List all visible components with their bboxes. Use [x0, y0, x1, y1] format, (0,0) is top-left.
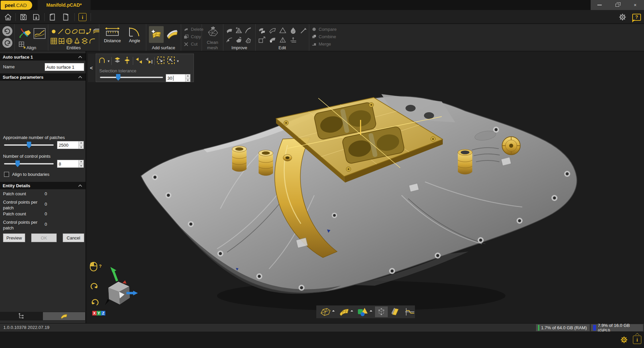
entity-details-header[interactable]: Entity Details: [0, 182, 86, 189]
spin-up-button[interactable]: [185, 74, 190, 78]
control-points-slider[interactable]: [4, 160, 54, 167]
restore-button[interactable]: [608, 0, 626, 10]
edit-level-button[interactable]: [289, 36, 297, 45]
surface-parameters-header[interactable]: Surface parameters: [0, 73, 86, 81]
edit-extend-button[interactable]: [269, 27, 276, 36]
help-button[interactable]: ?: [632, 12, 641, 22]
angle-button[interactable]: Angle: [125, 27, 144, 43]
wireframe-mode-button[interactable]: [318, 306, 336, 317]
edit-triangle-button[interactable]: [279, 27, 287, 36]
redo-button[interactable]: [61, 12, 70, 22]
cut-button[interactable]: Cut: [184, 42, 198, 47]
settings-button-bottom[interactable]: [620, 335, 629, 346]
control-points-input[interactable]: [57, 160, 78, 167]
entity-ellipse-button[interactable]: [71, 28, 78, 36]
settings-button[interactable]: [618, 12, 627, 22]
edit-triangle-small-button[interactable]: [279, 36, 287, 45]
app-logo[interactable]: peel.CAD: [1, 1, 32, 10]
name-input[interactable]: [45, 63, 84, 71]
save-as-button[interactable]: [32, 12, 41, 22]
patches-slider[interactable]: [4, 142, 54, 148]
xyz-axis-badge[interactable]: X Y Z: [92, 311, 105, 316]
lasso-selection-button[interactable]: [98, 56, 106, 66]
caret-down-icon[interactable]: ▾: [108, 59, 110, 63]
entity-point-button[interactable]: [50, 28, 57, 36]
section-plane-button[interactable]: [389, 306, 402, 317]
improve-fill-holes-button[interactable]: [245, 36, 252, 45]
tolerance-input[interactable]: [166, 74, 185, 82]
align-to-boundaries-row[interactable]: Align to boundaries: [4, 172, 49, 177]
rotate-ccw-button[interactable]: [90, 298, 99, 308]
info-button-bottom[interactable]: i: [633, 336, 641, 344]
distance-button[interactable]: Distance: [102, 27, 123, 43]
edit-knife-button[interactable]: [300, 27, 308, 36]
spin-up-button[interactable]: [79, 141, 84, 145]
surface-mode-button[interactable]: [337, 306, 355, 317]
spin-down-button[interactable]: [79, 164, 84, 168]
ribbon-undo-button[interactable]: [2, 26, 13, 38]
entity-rectangle-button[interactable]: [78, 28, 85, 36]
align-graph-button[interactable]: [34, 28, 46, 40]
entity-stack-button[interactable]: [81, 38, 88, 46]
merge-button[interactable]: Merge: [312, 42, 331, 47]
bounding-box-button[interactable]: [375, 306, 388, 317]
tab-surface-edit[interactable]: [43, 312, 86, 320]
cancel-button[interactable]: Cancel: [63, 233, 84, 242]
close-button[interactable]: ×: [626, 0, 644, 10]
caret-up-icon[interactable]: [370, 310, 372, 311]
undo-button[interactable]: [48, 12, 57, 22]
select-through-button[interactable]: [113, 56, 121, 66]
entity-arc-button[interactable]: [86, 28, 92, 36]
ribbon-redo-button[interactable]: [2, 38, 13, 50]
control-points-slider-handle[interactable]: [15, 160, 20, 167]
expand-selection-button[interactable]: [156, 56, 165, 66]
edit-patches-button[interactable]: [258, 27, 266, 36]
toolbar-collapse-button[interactable]: <: [88, 54, 95, 82]
tolerance-slider[interactable]: [100, 74, 163, 81]
previous-selection-button[interactable]: [135, 56, 143, 66]
next-selection-button[interactable]: [145, 56, 153, 66]
copy-button[interactable]: Copy: [184, 34, 201, 39]
home-button[interactable]: [3, 12, 13, 22]
spin-up-button[interactable]: [79, 160, 84, 164]
entities-visibility-button[interactable]: [356, 306, 374, 317]
caret-up-icon[interactable]: [332, 310, 335, 311]
tab-model-tree[interactable]: [0, 312, 43, 321]
edit-scale-button[interactable]: [258, 36, 266, 45]
preview-button[interactable]: Preview: [3, 233, 25, 242]
entity-offset-button[interactable]: [93, 28, 100, 36]
3d-viewport[interactable]: < ▾ ▾ Selection tolerance: [86, 51, 644, 323]
improve-refine-button[interactable]: [226, 36, 233, 45]
section-curve-button[interactable]: [403, 306, 417, 317]
improve-smooth-button[interactable]: [226, 27, 233, 36]
align-best-fit-button[interactable]: [18, 27, 32, 42]
spin-down-button[interactable]: [79, 145, 84, 149]
entity-fillet-button[interactable]: [89, 38, 96, 46]
edit-offset-surface-button[interactable]: [269, 36, 276, 45]
entity-cone-button[interactable]: [73, 38, 80, 46]
improve-remesh-button[interactable]: [235, 27, 243, 36]
document-tab[interactable]: Manifold.pCAD*: [38, 0, 91, 10]
entity-line-button[interactable]: [57, 28, 64, 36]
entity-cylinder-grid-button[interactable]: [58, 38, 65, 46]
edit-droplet-button[interactable]: [289, 27, 297, 36]
entity-sphere-grid-button[interactable]: [66, 38, 73, 46]
minimize-button[interactable]: [591, 0, 608, 10]
report-button[interactable]: i: [78, 12, 87, 22]
patches-input[interactable]: [57, 141, 78, 149]
mouse-hints-button[interactable]: [90, 262, 98, 273]
patches-slider-handle[interactable]: [27, 142, 31, 148]
tolerance-slider-handle[interactable]: [116, 74, 120, 81]
select-visible-button[interactable]: [123, 56, 131, 66]
entity-grid-button[interactable]: [50, 38, 57, 46]
improve-sculpt-button[interactable]: [235, 36, 243, 45]
rotate-cw-button[interactable]: [90, 282, 99, 292]
panel-title-header[interactable]: Auto surface 1: [0, 53, 86, 61]
manual-surface-button[interactable]: [165, 26, 180, 43]
save-button[interactable]: [19, 12, 28, 22]
spin-down-button[interactable]: [185, 78, 190, 82]
expand-chevron-icon[interactable]: [635, 333, 640, 335]
align-to-boundaries-checkbox[interactable]: [4, 172, 9, 177]
ok-button[interactable]: OK: [31, 233, 57, 242]
entity-circle-button[interactable]: [64, 28, 71, 36]
